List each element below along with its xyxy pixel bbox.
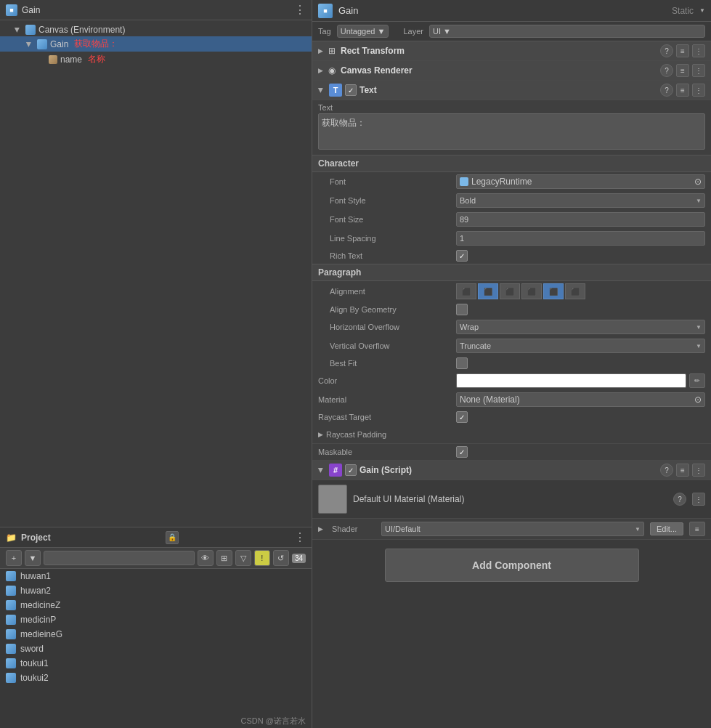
canvas-more-btn[interactable]: ⋮ <box>692 64 705 77</box>
project-menu-btn[interactable]: ⋮ <box>294 530 306 544</box>
rect-expand[interactable]: ▶ <box>318 47 323 54</box>
alignment-row: Alignment ⬛ ⬛ ⬛ ⬛ ⬛ ⬛ <box>312 281 711 302</box>
gain-script-help-btn[interactable]: ? <box>660 464 673 477</box>
horizontal-overflow-row: Horizontal Overflow Wrap ▼ <box>312 318 711 336</box>
tree-item-canvas[interactable]: ▶ Canvas (Environment) <box>0 23 312 36</box>
alignment-value-container: ⬛ ⬛ ⬛ ⬛ ⬛ ⬛ <box>456 283 705 299</box>
best-fit-checkbox[interactable] <box>456 357 468 369</box>
material-more-btn[interactable]: ⋮ <box>692 493 705 506</box>
filter-btn[interactable]: ▽ <box>235 550 251 566</box>
align-by-geometry-checkbox[interactable] <box>456 304 468 315</box>
rect-settings-btn[interactable]: ≡ <box>676 44 689 57</box>
eye-btn[interactable]: 👁 <box>198 550 214 566</box>
material-select-icon[interactable]: ⊙ <box>694 395 702 405</box>
maskable-checkbox[interactable] <box>456 446 468 458</box>
rich-text-row: Rich Text <box>312 248 711 264</box>
project-header: 📁 Project 🔒 ⋮ <box>0 527 312 548</box>
project-lock-btn[interactable]: 🔒 <box>166 531 179 544</box>
text-input-area: Text 获取物品： <box>312 100 711 155</box>
paragraph-section-header: Paragraph <box>312 264 711 281</box>
settings-btn[interactable]: ▼ <box>25 550 41 566</box>
project-item[interactable]: medieineG <box>0 627 312 642</box>
font-style-dropdown[interactable]: Bold ▼ <box>456 193 705 208</box>
align-top-left[interactable]: ⬛ <box>456 283 476 299</box>
project-item[interactable]: medicineZ <box>0 598 312 612</box>
v-overflow-arrow: ▼ <box>696 343 702 349</box>
add-component-button[interactable]: Add Component <box>385 549 639 582</box>
raycast-target-value-container <box>456 411 705 423</box>
text-enable-checkbox[interactable] <box>345 84 357 96</box>
align-mid-center[interactable]: ⬛ <box>543 283 564 299</box>
material-help-btn[interactable]: ? <box>673 493 686 506</box>
align-mid-left[interactable]: ⬛ <box>521 283 542 299</box>
shader-dropdown[interactable]: UI/Default ▼ <box>381 522 644 536</box>
shader-list-btn[interactable]: ≡ <box>689 522 705 536</box>
align-top-right[interactable]: ⬛ <box>500 283 520 299</box>
shader-value: UI/Default <box>385 525 420 533</box>
tag-select[interactable]: Untagged ▼ <box>337 25 389 38</box>
text-help-btn[interactable]: ? <box>660 84 673 97</box>
canvas-renderer-expand[interactable]: ▶ <box>318 67 323 74</box>
project-title: Project <box>21 533 51 543</box>
gain-script-settings-btn[interactable]: ≡ <box>676 464 689 477</box>
text-expand[interactable]: ▶ <box>317 88 325 93</box>
canvas-renderer-icon: ◉ <box>326 65 338 76</box>
line-spacing-input[interactable] <box>456 231 705 246</box>
project-item[interactable]: sword <box>0 642 312 656</box>
rich-text-checkbox[interactable] <box>456 250 468 262</box>
gain-label: Gain <box>50 39 68 49</box>
material-object-field[interactable]: None (Material) ⊙ <box>456 392 705 407</box>
canvas-help-btn[interactable]: ? <box>660 64 673 77</box>
gain-script-expand[interactable]: ▶ <box>317 468 325 473</box>
font-object-field[interactable]: LegacyRuntime ⊙ <box>456 174 705 189</box>
align-top-center[interactable]: ⬛ <box>478 283 498 299</box>
project-item-label: medieineG <box>20 629 62 639</box>
shader-edit-btn[interactable]: Edit... <box>650 522 683 535</box>
expand-btn[interactable]: ⊞ <box>216 550 232 566</box>
project-search[interactable] <box>44 551 195 565</box>
font-size-row: Font Size <box>312 210 711 229</box>
add-btn[interactable]: + <box>6 550 22 566</box>
project-item[interactable]: medicinP <box>0 612 312 627</box>
inspector-cube-icon: ■ <box>318 4 333 18</box>
font-select-icon[interactable]: ⊙ <box>694 177 702 187</box>
font-object-icon <box>460 177 468 186</box>
font-size-input[interactable] <box>456 212 705 227</box>
raycast-target-label: Raycast Target <box>318 413 456 421</box>
tree-item-gain[interactable]: ▶ Gain 获取物品： <box>0 36 312 52</box>
vertical-overflow-dropdown[interactable]: Truncate ▼ <box>456 339 705 353</box>
gain-script-enable-checkbox[interactable] <box>345 464 357 476</box>
hierarchy-menu-btn[interactable]: ⋮ <box>294 3 306 17</box>
rect-help-btn[interactable]: ? <box>660 44 673 57</box>
static-dropdown-arrow[interactable]: ▼ <box>699 7 705 14</box>
canvas-settings-btn[interactable]: ≡ <box>676 64 689 77</box>
vertical-overflow-value-container: Truncate ▼ <box>456 339 705 353</box>
font-size-value-container <box>456 212 705 227</box>
warning-btn[interactable]: ! <box>254 550 270 566</box>
best-fit-row: Best Fit <box>312 355 711 371</box>
tree-item-name[interactable]: ▶ name 名称 <box>0 52 312 67</box>
text-settings-btn[interactable]: ≡ <box>676 84 689 97</box>
inspector-object-name: Gain <box>338 5 358 16</box>
refresh-btn[interactable]: ↺ <box>273 550 289 566</box>
name-label: name <box>60 54 82 65</box>
pkg-icon <box>6 673 16 683</box>
align-mid-right[interactable]: ⬛ <box>565 283 585 299</box>
project-item[interactable]: toukui1 <box>0 656 312 671</box>
font-style-label: Font Style <box>318 196 456 205</box>
color-swatch[interactable] <box>456 373 686 388</box>
project-item[interactable]: huwan1 <box>0 569 312 583</box>
gain-script-more-btn[interactable]: ⋮ <box>692 464 705 477</box>
layer-select[interactable]: UI ▼ <box>429 25 705 38</box>
raycast-target-checkbox[interactable] <box>456 411 468 423</box>
text-more-btn[interactable]: ⋮ <box>692 84 705 97</box>
shader-expand[interactable]: ▶ <box>318 525 323 533</box>
color-picker-btn[interactable]: ✏ <box>689 373 705 388</box>
raycast-padding-expand[interactable]: ▶ <box>318 431 323 438</box>
gain-script-section: ▶ # Gain (Script) ? ≡ ⋮ Default UI Mater… <box>312 461 711 540</box>
rect-more-btn[interactable]: ⋮ <box>692 44 705 57</box>
horizontal-overflow-dropdown[interactable]: Wrap ▼ <box>456 320 705 334</box>
project-item[interactable]: toukui2 <box>0 671 312 685</box>
project-item[interactable]: huwan2 <box>0 583 312 598</box>
text-value-input[interactable]: 获取物品： <box>318 113 705 150</box>
